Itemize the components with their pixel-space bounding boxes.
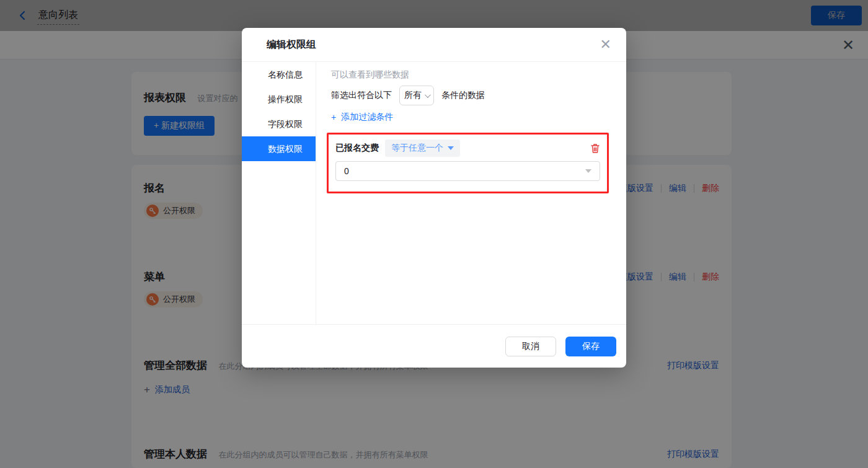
modal-title: 编辑权限组: [267, 38, 316, 51]
plus-icon: +: [331, 112, 336, 122]
modal-header: 编辑权限组 ✕: [242, 28, 626, 62]
data-scope-hint: 可以查看到哪些数据: [331, 69, 409, 81]
match-mode-value: 所有: [404, 90, 422, 101]
filter-suffix-text: 条件的数据: [441, 90, 485, 101]
modal-side-tabs: 名称信息 操作权限 字段权限 数据权限: [242, 62, 316, 324]
operator-value: 等于任意一个: [391, 143, 443, 154]
operator-dropdown[interactable]: 等于任意一个: [385, 139, 460, 157]
add-filter-condition-link[interactable]: + 添加过滤条件: [331, 112, 393, 123]
condition-field-label: 已报名交费: [335, 143, 379, 154]
tab-operation-permission[interactable]: 操作权限: [242, 87, 316, 112]
condition-row: 已报名交费 等于任意一个: [335, 139, 600, 157]
caret-down-icon: [448, 146, 454, 150]
add-filter-condition-label: 添加过滤条件: [341, 112, 393, 123]
filter-prefix-text: 筛选出符合以下: [331, 90, 392, 101]
data-permission-panel: 可以查看到哪些数据 筛选出符合以下 所有 条件的数据 + 添加过滤条件 已报名交…: [316, 62, 626, 324]
condition-value: 0: [344, 166, 349, 176]
modal-footer: 取消 保存: [242, 324, 626, 368]
modal-body: 名称信息 操作权限 字段权限 数据权限 可以查看到哪些数据 筛选出符合以下 所有…: [242, 62, 626, 324]
highlighted-condition-box: 已报名交费 等于任意一个 0: [327, 133, 609, 193]
modal-close-icon[interactable]: ✕: [600, 37, 611, 53]
topbar-dim-overlay: [0, 0, 868, 31]
tab-data-permission[interactable]: 数据权限: [242, 136, 316, 161]
chevron-down-icon: [425, 92, 431, 98]
cancel-button[interactable]: 取消: [505, 337, 556, 356]
filter-condition-line: 筛选出符合以下 所有 条件的数据: [331, 86, 485, 105]
match-mode-select[interactable]: 所有: [399, 86, 434, 105]
tab-field-permission[interactable]: 字段权限: [242, 112, 316, 136]
tab-name-info[interactable]: 名称信息: [242, 62, 316, 87]
caret-down-icon: [585, 169, 591, 173]
condition-value-select[interactable]: 0: [335, 161, 600, 181]
trash-icon[interactable]: [590, 143, 600, 154]
edit-permission-group-modal: 编辑权限组 ✕ 名称信息 操作权限 字段权限 数据权限 可以查看到哪些数据 筛选…: [242, 28, 626, 368]
save-button[interactable]: 保存: [565, 337, 616, 356]
